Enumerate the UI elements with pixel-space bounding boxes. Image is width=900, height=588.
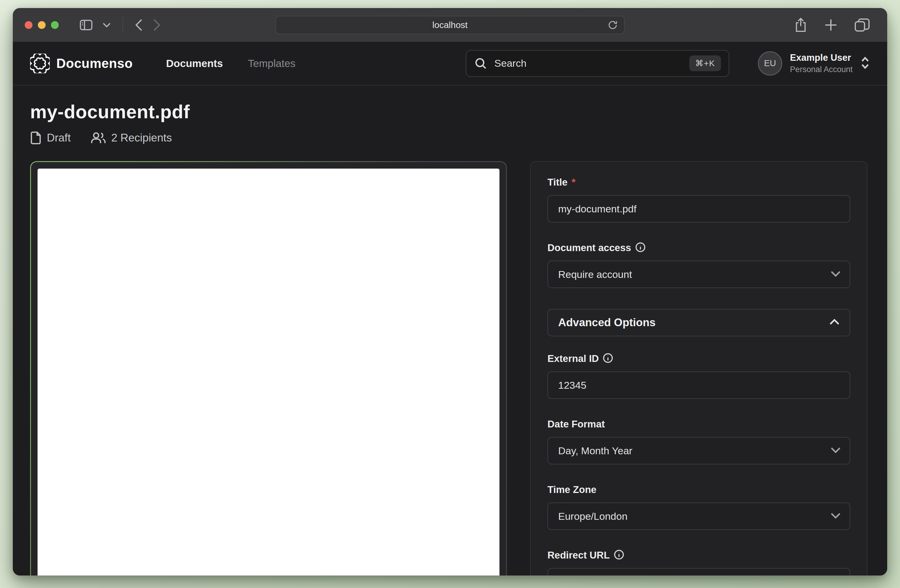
brand[interactable]: Documenso [30,54,133,73]
time-zone-field: Time Zone Europe/London [548,484,850,530]
title-input-wrap [548,195,850,223]
avatar: EU [758,51,782,76]
external-id-input-wrap [548,371,850,399]
search-shortcut-badge: ⌘+K [689,56,721,71]
reload-icon[interactable] [607,20,618,30]
info-icon[interactable] [635,242,646,254]
user-menu[interactable]: EU Example User Personal Account [758,51,870,76]
zoom-window-button[interactable] [51,21,59,29]
redirect-url-field: Redirect URL [548,549,850,576]
address-bar[interactable]: localhost [275,16,625,34]
documenso-logo-icon [30,54,50,73]
nav-documents[interactable]: Documents [166,57,223,70]
document-access-value: Require account [558,269,632,280]
toolbar-left-group [79,17,161,33]
search-bar[interactable]: Search ⌘+K [466,50,729,77]
time-zone-label: Time Zone [548,484,596,495]
redirect-url-input-wrap [548,568,850,576]
back-button-icon[interactable] [135,19,143,31]
date-format-select[interactable]: Day, Month Year [548,437,850,464]
document-access-field: Document access Require account [548,242,850,288]
status-row: Draft 2 Recipients [30,132,870,144]
recipients-text: 2 Recipients [111,132,172,144]
date-format-field: Date Format Day, Month Year [548,418,850,464]
time-zone-select[interactable]: Europe/London [548,503,850,530]
page-title: my-document.pdf [30,101,870,122]
time-zone-value: Europe/London [558,511,628,522]
redirect-url-label: Redirect URL [548,549,610,561]
advanced-options-toggle[interactable]: Advanced Options [548,309,850,336]
info-icon[interactable] [603,353,613,364]
file-icon [30,132,42,144]
address-bar-url[interactable]: localhost [433,20,467,30]
document-access-label: Document access [548,242,631,254]
brand-name: Documenso [56,56,133,71]
app-header: Documenso Documents Templates Search ⌘+K… [13,42,887,85]
title-label: Title [548,176,568,188]
browser-toolbar: localhost [13,8,887,42]
main-content: my-document.pdf Draft 2 Recipients Title [13,85,887,576]
window-controls [25,21,59,29]
advanced-options-label: Advanced Options [558,316,656,329]
chevron-down-icon [830,512,841,520]
date-format-label: Date Format [548,418,605,430]
search-icon [474,57,487,70]
info-icon[interactable] [614,549,624,561]
chevron-down-icon [830,271,841,278]
share-icon[interactable] [794,18,807,32]
new-tab-icon[interactable] [824,18,838,32]
toolbar-right-group [794,18,875,32]
sidebar-toggle-icon[interactable] [79,19,93,31]
external-id-field: External ID [548,353,850,399]
search-placeholder: Search [494,57,682,69]
recipients-badge: 2 Recipients [91,132,172,144]
pdf-page[interactable] [37,169,500,576]
external-id-input[interactable] [558,379,839,391]
main-nav: Documents Templates [166,57,295,70]
tab-overview-icon[interactable] [854,18,870,32]
user-meta: Example User Personal Account [790,53,853,74]
user-account: Personal Account [790,65,853,74]
settings-panel: Title * Document access R [530,161,867,576]
nav-templates[interactable]: Templates [248,57,296,70]
forward-button-icon[interactable] [153,19,161,31]
users-icon [91,132,106,144]
title-field: Title * [548,176,850,223]
chevron-down-icon [830,447,841,455]
chevrons-up-down-icon [860,56,870,71]
minimize-window-button[interactable] [38,21,46,29]
document-access-select[interactable]: Require account [548,261,850,288]
chevron-up-icon [829,319,839,326]
title-input[interactable] [558,203,839,215]
external-id-label: External ID [548,353,599,364]
date-format-value: Day, Month Year [558,445,632,456]
browser-window: localhost Documenso Docu [13,8,887,576]
status-badge: Draft [30,132,71,144]
content-row: Title * Document access R [30,161,870,576]
user-name: Example User [790,53,853,63]
close-window-button[interactable] [25,21,33,29]
tab-group-chevron-icon[interactable] [103,22,110,28]
document-preview-card [30,161,507,576]
toolbar-divider [123,17,123,33]
required-asterisk: * [572,176,576,188]
status-text: Draft [47,132,71,144]
